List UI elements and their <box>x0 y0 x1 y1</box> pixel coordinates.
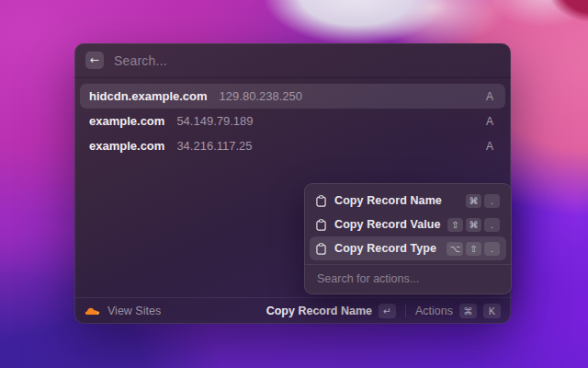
shortcut-keys: ⌘. <box>466 194 500 208</box>
shift-key: ⇧ <box>447 218 463 232</box>
view-sites-label: View Sites <box>107 305 161 317</box>
clipboard-icon <box>316 219 326 231</box>
k-key: K <box>483 304 501 318</box>
record-name: example.com <box>89 114 164 128</box>
record-name: hidcdn.example.com <box>89 89 208 103</box>
period-key: . <box>484 218 500 232</box>
footer-divider <box>405 305 406 317</box>
clipboard-icon <box>316 243 326 255</box>
action-label: Copy Record Name <box>334 194 442 207</box>
record-row[interactable]: example.com 54.149.79.189 A <box>80 109 505 133</box>
cmd-key: ⌘ <box>466 194 481 208</box>
record-value: 129.80.238.250 <box>220 89 302 103</box>
action-item-copy-record-value[interactable]: Copy Record Value ⇧⌘. <box>310 213 506 236</box>
shortcut-keys: ⇧⌘. <box>447 218 500 232</box>
launcher-window: ← Search... hidcdn.example.com 129.80.23… <box>74 43 511 324</box>
cmd-key: ⌘ <box>459 304 477 318</box>
action-item-copy-record-name[interactable]: Copy Record Name ⌘. <box>310 189 506 213</box>
primary-action-label[interactable]: Copy Record Name <box>266 305 372 317</box>
shortcut-keys: ⌥⇧. <box>447 242 500 256</box>
action-item-copy-record-type[interactable]: Copy Record Type ⌥⇧. <box>310 236 506 260</box>
period-key: . <box>484 194 500 208</box>
record-row[interactable]: hidcdn.example.com 129.80.238.250 A <box>80 84 505 109</box>
period-key: . <box>484 242 500 256</box>
return-key: ↵ <box>379 304 396 318</box>
record-type-badge: A <box>486 115 496 128</box>
back-arrow-icon: ← <box>90 52 99 69</box>
back-button[interactable]: ← <box>85 52 104 69</box>
footer-actions: Copy Record Name ↵ Actions ⌘ K <box>266 304 501 318</box>
actions-button[interactable]: Actions <box>415 305 453 317</box>
action-label: Copy Record Type <box>334 242 436 255</box>
action-search-input[interactable]: Search for actions... <box>310 265 506 293</box>
shift-key: ⇧ <box>466 242 481 256</box>
footer-extension[interactable]: View Sites <box>85 305 161 317</box>
clipboard-icon <box>316 195 326 207</box>
cloudflare-icon <box>85 306 100 316</box>
search-header: ← Search... <box>74 43 511 78</box>
record-type-badge: A <box>486 140 496 153</box>
record-value: 34.216.117.25 <box>176 139 252 153</box>
action-panel: Copy Record Name ⌘. Copy Record Value ⇧⌘… <box>304 183 512 294</box>
record-value: 54.149.79.189 <box>176 114 253 128</box>
record-name: example.com <box>89 139 164 153</box>
search-input[interactable]: Search... <box>114 53 167 68</box>
record-type-badge: A <box>486 90 496 103</box>
footer-bar: View Sites Copy Record Name ↵ Actions ⌘ … <box>74 297 511 324</box>
option-key: ⌥ <box>447 242 463 256</box>
action-label: Copy Record Value <box>334 218 441 231</box>
record-row[interactable]: example.com 34.216.117.25 A <box>80 133 505 158</box>
cmd-key: ⌘ <box>466 218 481 232</box>
